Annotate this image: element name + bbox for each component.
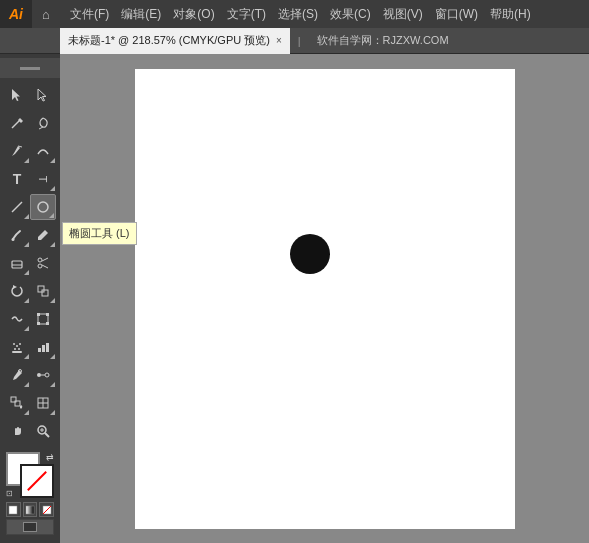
mode-row <box>6 502 54 517</box>
menu-edit[interactable]: 编辑(E) <box>115 0 167 28</box>
slice-tool[interactable] <box>30 390 56 416</box>
tool-row-lasso <box>2 110 58 136</box>
svg-line-4 <box>39 127 43 129</box>
tab-label: 未标题-1* @ 218.57% (CMYK/GPU 预览) <box>68 33 270 48</box>
reset-colors-icon[interactable]: ⊡ <box>6 489 13 498</box>
free-transform-tool[interactable] <box>30 306 56 332</box>
screen-mode-button[interactable] <box>6 519 54 535</box>
scissors-tool[interactable] <box>30 250 56 276</box>
stroke-color-box[interactable] <box>20 464 54 498</box>
hand-tool[interactable] <box>4 418 30 444</box>
magic-wand-tool[interactable] <box>4 110 30 136</box>
canvas-area[interactable] <box>60 54 589 543</box>
ellipse-tool[interactable] <box>30 194 56 220</box>
gradient-mode-button[interactable] <box>23 502 38 517</box>
toolbar-handle <box>0 58 60 78</box>
ai-logo: Ai <box>0 0 32 28</box>
scale-tool[interactable] <box>30 278 56 304</box>
svg-rect-28 <box>12 351 22 353</box>
type-tool[interactable]: T <box>4 166 30 192</box>
curvature-tool[interactable] <box>30 138 56 164</box>
svg-rect-46 <box>26 506 34 514</box>
none-mode-button[interactable] <box>39 502 54 517</box>
home-button[interactable]: ⌂ <box>32 0 60 28</box>
warp-tool[interactable] <box>4 306 30 332</box>
svg-point-33 <box>37 373 41 377</box>
tool-row-eraser <box>2 250 58 276</box>
symbol-sprayer-tool[interactable] <box>4 334 30 360</box>
screen-mode-icon <box>23 522 37 532</box>
live-paint-bucket-tool[interactable] <box>4 390 30 416</box>
svg-rect-45 <box>9 506 17 514</box>
pencil-tool[interactable] <box>30 222 56 248</box>
direct-select-tool[interactable] <box>30 82 56 108</box>
svg-rect-30 <box>42 345 45 352</box>
svg-point-25 <box>19 343 21 345</box>
svg-rect-22 <box>46 322 49 325</box>
eyedropper-tool[interactable] <box>4 362 30 388</box>
svg-line-6 <box>12 202 22 212</box>
tool-row-eyedropper <box>2 362 58 388</box>
svg-point-24 <box>16 345 18 347</box>
svg-rect-17 <box>42 290 48 296</box>
menu-file[interactable]: 文件(F) <box>64 0 115 28</box>
tool-row-type: T T <box>2 166 58 192</box>
tab-close-button[interactable]: × <box>276 35 282 46</box>
color-mode-button[interactable] <box>6 502 21 517</box>
svg-point-27 <box>18 348 20 350</box>
svg-rect-29 <box>38 348 41 352</box>
ellipse-shape <box>290 234 330 274</box>
svg-rect-19 <box>37 313 40 316</box>
svg-point-26 <box>14 348 16 350</box>
tool-row-pen <box>2 138 58 164</box>
menu-effect[interactable]: 效果(C) <box>324 0 377 28</box>
svg-point-34 <box>45 373 49 377</box>
tool-row-hand <box>2 418 58 444</box>
canvas <box>135 69 515 529</box>
color-boxes: ⇄ ⊡ <box>6 452 54 498</box>
menu-bar: 文件(F) 编辑(E) 对象(O) 文字(T) 选择(S) 效果(C) 视图(V… <box>60 0 589 28</box>
tool-row-livepaint <box>2 390 58 416</box>
type-sub-tool[interactable]: T <box>30 166 56 192</box>
svg-point-12 <box>38 264 42 268</box>
svg-rect-21 <box>37 322 40 325</box>
svg-point-8 <box>12 238 15 241</box>
other-tab-label[interactable]: 软件自学网：RJZXW.COM <box>309 33 457 48</box>
tab-bar: 未标题-1* @ 218.57% (CMYK/GPU 预览) × | 软件自学网… <box>0 28 589 54</box>
lasso-tool[interactable] <box>30 110 56 136</box>
select-tool[interactable] <box>4 82 30 108</box>
zoom-tool[interactable] <box>30 418 56 444</box>
menu-help[interactable]: 帮助(H) <box>484 0 537 28</box>
main-area: T T 椭圆工具 (L) <box>0 54 589 543</box>
paintbrush-tool[interactable] <box>4 222 30 248</box>
eraser-tool[interactable] <box>4 250 30 276</box>
blend-tool[interactable] <box>30 362 56 388</box>
line-tool[interactable] <box>4 194 30 220</box>
active-tab[interactable]: 未标题-1* @ 218.57% (CMYK/GPU 预览) × <box>60 28 290 54</box>
tool-row-symbol <box>2 334 58 360</box>
tab-separator: | <box>290 35 309 47</box>
rotate-tool[interactable] <box>4 278 30 304</box>
tool-row-brush <box>2 222 58 248</box>
svg-point-7 <box>38 202 48 212</box>
menu-object[interactable]: 对象(O) <box>167 0 220 28</box>
svg-point-11 <box>38 258 42 262</box>
tool-row-select <box>2 82 58 108</box>
menu-select[interactable]: 选择(S) <box>272 0 324 28</box>
menu-text[interactable]: 文字(T) <box>221 0 272 28</box>
svg-line-2 <box>12 120 20 128</box>
tool-row-warp <box>2 306 58 332</box>
menu-window[interactable]: 窗口(W) <box>429 0 484 28</box>
menu-view[interactable]: 视图(V) <box>377 0 429 28</box>
svg-line-42 <box>45 433 49 437</box>
pen-tool[interactable] <box>4 138 30 164</box>
svg-rect-20 <box>46 313 49 316</box>
svg-line-14 <box>42 265 48 268</box>
swap-colors-icon[interactable]: ⇄ <box>46 452 54 462</box>
toolbar: T T 椭圆工具 (L) <box>0 54 60 543</box>
tool-row-line <box>2 194 58 220</box>
toolbar-bottom: ⇄ ⊡ <box>2 452 58 539</box>
column-graph-tool[interactable] <box>30 334 56 360</box>
svg-rect-31 <box>46 343 49 352</box>
svg-marker-0 <box>12 89 20 101</box>
